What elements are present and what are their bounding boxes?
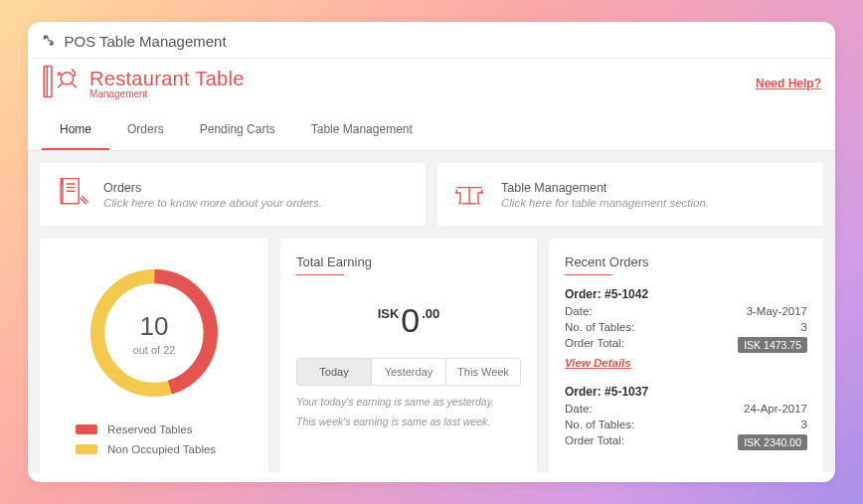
brand: Restaurant Table Management: [42, 65, 245, 102]
order-date-label: Date:: [565, 305, 593, 317]
tab-orders[interactable]: Orders: [109, 112, 182, 150]
legend-nonoccupied: Non Occupied Tables: [76, 443, 253, 455]
order-total-label: Order Total:: [565, 337, 624, 353]
brand-icon: [42, 65, 82, 102]
legend-label-reserved: Reserved Tables: [107, 423, 192, 435]
earning-note-2: This week's earning is same as last week…: [296, 416, 521, 427]
order-tables: 3: [801, 321, 807, 333]
donut-legend: Reserved Tables Non Occupied Tables: [56, 423, 253, 455]
earning-decimal: .00: [422, 306, 439, 321]
table-card-title: Table Management: [501, 181, 709, 195]
occupancy-panel: 10 out of 22 Reserved Tables Non Occupie…: [40, 239, 268, 472]
order-id: #5-1042: [604, 287, 648, 301]
table-card-desc: Click here for table management section.: [501, 197, 709, 209]
orders-icon: [54, 175, 89, 215]
table-icon: [451, 175, 487, 215]
order-date-label: Date:: [565, 403, 593, 415]
currency-label: ISK: [378, 306, 400, 321]
donut-center: 10 out of 22: [80, 258, 229, 408]
legend-swatch-reserved: [76, 424, 97, 434]
app-window: POS Table Management Restaurant Table Ma…: [28, 22, 835, 482]
earning-whole: 0: [401, 301, 420, 339]
order-date: 24-Apr-2017: [744, 403, 807, 415]
recent-order-item: Order: #5-1042 Date: 3-May-2017 No. of T…: [565, 287, 807, 371]
order-id-line: Order: #5-1042: [565, 287, 807, 301]
need-help-link[interactable]: Need Help?: [756, 77, 821, 90]
period-toggle: Today Yesterday This Week: [296, 358, 521, 386]
recent-orders-panel: Recent Orders Order: #5-1042 Date: 3-May…: [549, 239, 823, 472]
period-yesterday[interactable]: Yesterday: [371, 359, 445, 385]
table-card-text: Table Management Click here for table ma…: [501, 181, 709, 209]
period-today[interactable]: Today: [297, 359, 371, 385]
window-title-bar: POS Table Management: [28, 22, 835, 59]
donut-chart: 10 out of 22: [80, 258, 229, 408]
order-total-badge: ISK 1473.75: [738, 337, 807, 353]
order-id-line: Order: #5-1037: [565, 385, 807, 399]
order-label: Order:: [565, 385, 602, 399]
puzzle-icon: [42, 35, 56, 49]
table-management-card[interactable]: Table Management Click here for table ma…: [437, 163, 823, 227]
legend-label-nonoccupied: Non Occupied Tables: [107, 443, 216, 455]
brand-title: Restaurant Table: [89, 68, 245, 90]
tab-table-management[interactable]: Table Management: [293, 112, 431, 150]
orders-card-text: Orders Click here to know more about you…: [103, 181, 322, 209]
content-area: Orders Click here to know more about you…: [28, 151, 835, 472]
tab-home[interactable]: Home: [42, 112, 109, 150]
orders-card-desc: Click here to know more about your order…: [103, 197, 322, 209]
svg-point-1: [61, 73, 73, 84]
order-tables: 3: [801, 419, 807, 430]
dashboard-row: 10 out of 22 Reserved Tables Non Occupie…: [40, 239, 823, 472]
order-total-badge: ISK 2340.00: [738, 434, 807, 450]
order-label: Order:: [565, 287, 602, 301]
header: Restaurant Table Management Need Help?: [28, 59, 835, 106]
nav-tabs: Home Orders Pending Carts Table Manageme…: [28, 112, 835, 151]
donut-value: 10: [140, 311, 169, 342]
window-title: POS Table Management: [64, 33, 226, 50]
order-tables-label: No. of Tables:: [565, 321, 634, 333]
recent-order-item: Order: #5-1037 Date: 24-Apr-2017 No. of …: [565, 385, 807, 450]
orders-card-title: Orders: [103, 181, 322, 195]
legend-swatch-nonoccupied: [76, 444, 97, 454]
order-date: 3-May-2017: [747, 305, 807, 317]
legend-reserved: Reserved Tables: [76, 423, 253, 435]
view-details-link[interactable]: View Details: [565, 357, 631, 369]
brand-text: Restaurant Table Management: [89, 68, 245, 99]
recent-orders-title: Recent Orders: [565, 254, 649, 275]
donut-subtext: out of 22: [133, 344, 176, 356]
orders-card[interactable]: Orders Click here to know more about you…: [40, 163, 426, 227]
earning-note-1: Your today's earning is same as yesterda…: [296, 396, 521, 408]
period-thisweek[interactable]: This Week: [445, 359, 520, 385]
order-total-label: Order Total:: [565, 434, 624, 450]
earning-title: Total Earning: [296, 254, 372, 275]
earning-amount: ISK0.00: [296, 301, 521, 340]
tab-pending-carts[interactable]: Pending Carts: [182, 112, 293, 150]
order-id: #5-1037: [604, 385, 648, 399]
info-cards-row: Orders Click here to know more about you…: [40, 163, 823, 227]
earning-panel: Total Earning ISK0.00 Today Yesterday Th…: [280, 239, 537, 472]
order-tables-label: No. of Tables:: [565, 419, 634, 430]
